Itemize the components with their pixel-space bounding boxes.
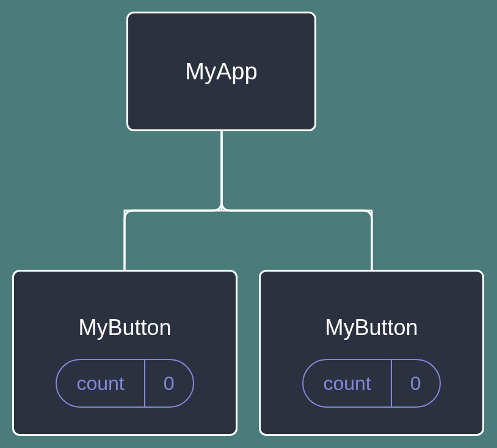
state-value-left: 0 (145, 360, 193, 406)
child-node-right: MyButton count 0 (259, 270, 484, 436)
tree-connector (0, 131, 497, 270)
child-node-left-label: MyButton (78, 315, 171, 341)
state-key-left: count (57, 360, 145, 406)
state-value-right: 0 (392, 360, 440, 406)
state-pill-right: count 0 (302, 359, 440, 408)
state-key-right: count (303, 360, 391, 406)
child-node-left: MyButton count 0 (12, 270, 238, 436)
root-node-label: MyApp (185, 59, 257, 85)
root-node-myapp: MyApp (126, 12, 316, 131)
child-node-right-label: MyButton (325, 315, 418, 341)
state-pill-left: count 0 (56, 359, 194, 408)
